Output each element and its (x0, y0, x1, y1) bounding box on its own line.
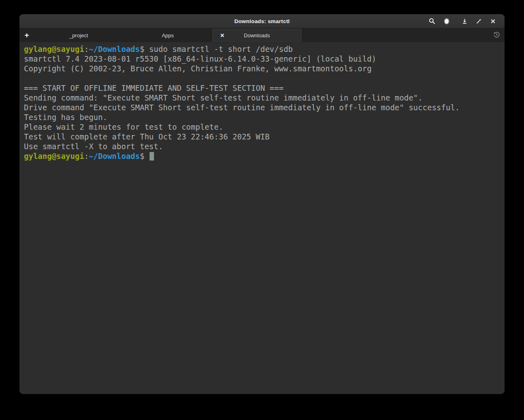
terminal-text: Copyright (C) 2002-23, Bruce Allen, Chri… (24, 64, 372, 73)
terminal-text: $ (140, 45, 149, 54)
terminal-text: Drive command "Execute SMART Short self-… (24, 103, 460, 112)
tab-label: _project (69, 32, 88, 39)
terminal-text: sudo smartctl -t short /dev/sdb (149, 45, 293, 54)
terminal-text: : (84, 152, 89, 161)
terminal-line: gylang@sayugi:~/Downloads$ sudo smartctl… (24, 44, 500, 54)
tab-downloads[interactable]: ✕Downloads (212, 29, 302, 42)
terminal-text: ~/Downloads (89, 45, 140, 54)
titlebar-icons (427, 16, 505, 26)
tab-strip: _projectApps✕Downloads (34, 28, 302, 42)
download-button[interactable] (459, 16, 470, 26)
terminal-text: Testing has begun. (24, 113, 107, 122)
history-button[interactable] (488, 28, 505, 42)
tab-apps[interactable]: Apps (123, 28, 212, 42)
terminal-line: Copyright (C) 2002-23, Bruce Allen, Chri… (24, 64, 500, 73)
settings-button[interactable] (441, 16, 451, 26)
terminal-line: Please wait 2 minutes for test to comple… (24, 122, 500, 132)
search-button[interactable] (427, 16, 437, 26)
new-tab-button[interactable]: + (19, 28, 34, 42)
close-icon (490, 18, 496, 24)
terminal-cursor (150, 152, 154, 161)
tab-bar: + _projectApps✕Downloads (19, 28, 505, 42)
terminal-output[interactable]: gylang@sayugi:~/Downloads$ sudo smartctl… (19, 42, 505, 394)
terminal-line: Use smartctl -X to abort test. (24, 141, 500, 151)
fullscreen-button[interactable] (473, 16, 484, 26)
tab--project[interactable]: _project (34, 28, 123, 42)
terminal-text: smartctl 7.4 2023-08-01 r5530 [x86_64-li… (24, 54, 376, 63)
terminal-text: gylang@sayugi (24, 45, 84, 54)
terminal-line: Sending command: "Execute SMART Short se… (24, 93, 500, 103)
terminal-text: ~/Downloads (89, 152, 140, 161)
terminal-line: gylang@sayugi:~/Downloads$ (24, 151, 500, 161)
terminal-text: === START OF OFFLINE IMMEDIATE AND SELF-… (24, 84, 284, 92)
terminal-line (24, 73, 500, 83)
terminal-text: $ (140, 152, 149, 161)
terminal-line: smartctl 7.4 2023-08-01 r5530 [x86_64-li… (24, 54, 500, 64)
terminal-line: Testing has begun. (24, 112, 500, 122)
terminal-line: Test will complete after Thu Oct 23 22:4… (24, 132, 500, 141)
terminal-text: Use smartctl -X to abort test. (24, 142, 163, 151)
terminal-text: gylang@sayugi (24, 152, 84, 161)
settings-gear-icon (443, 17, 450, 25)
terminal-line: === START OF OFFLINE IMMEDIATE AND SELF-… (24, 83, 500, 93)
tab-label: Apps (162, 32, 174, 39)
terminal-text: Sending command: "Execute SMART Short se… (24, 93, 423, 102)
fullscreen-icon (475, 18, 482, 25)
close-window-button[interactable] (488, 16, 498, 26)
tab-label: Downloads (244, 32, 270, 39)
history-icon (493, 31, 500, 40)
download-icon (461, 18, 468, 25)
terminal-line: Drive command "Execute SMART Short self-… (24, 103, 500, 112)
terminal-text: Please wait 2 minutes for test to comple… (24, 122, 223, 131)
search-icon (428, 17, 436, 25)
terminal-window: Downloads: smartctl (19, 14, 505, 394)
titlebar[interactable]: Downloads: smartctl (19, 14, 505, 28)
terminal-text: Test will complete after Thu Oct 23 22:4… (24, 132, 269, 141)
close-tab-icon[interactable]: ✕ (220, 33, 225, 38)
terminal-text: : (84, 45, 89, 54)
